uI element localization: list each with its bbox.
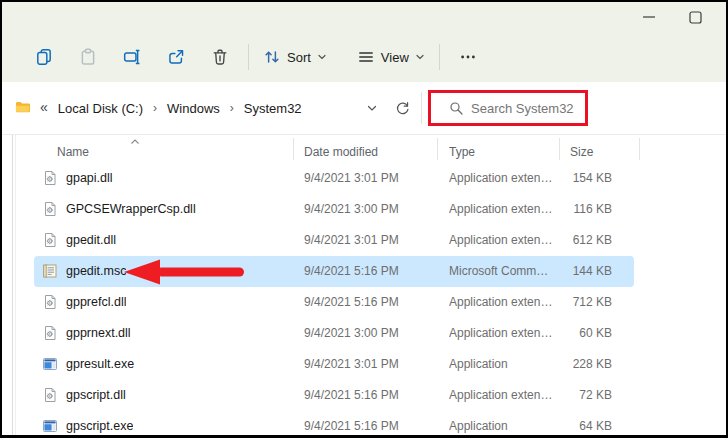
file-size: 144 KB	[512, 256, 612, 287]
maximize-button[interactable]	[680, 3, 710, 31]
more-icon	[459, 48, 477, 66]
file-date-modified: 9/4/2021 3:01 PM	[304, 349, 444, 380]
search-placeholder: Search System32	[471, 101, 574, 116]
sort-icon	[263, 48, 281, 66]
column-header-name[interactable]: Name	[57, 135, 89, 163]
title-bar	[2, 2, 726, 32]
refresh-icon	[395, 101, 410, 116]
sort-label: Sort	[287, 50, 311, 65]
address-search-divider	[421, 92, 422, 124]
red-arrow	[124, 258, 248, 286]
column-header-type[interactable]: Type	[449, 135, 475, 163]
file-name: gpprnext.dll	[66, 318, 131, 349]
maximize-icon	[689, 11, 702, 24]
folder-icon	[14, 100, 32, 116]
table-row[interactable]: gpprnext.dll 9/4/2021 3:00 PM Applicatio…	[34, 318, 634, 349]
paste-button[interactable]	[66, 39, 110, 75]
table-row[interactable]: GPCSEWrapperCsp.dll 9/4/2021 3:00 PM App…	[34, 194, 634, 225]
breadcrumb-item-system32[interactable]: System32	[238, 97, 308, 120]
column-divider[interactable]	[437, 138, 438, 160]
column-divider[interactable]	[559, 138, 560, 160]
breadcrumb-chevron-icon[interactable]: ›	[149, 101, 161, 115]
column-header-size[interactable]: Size	[570, 135, 593, 163]
file-date-modified: 9/4/2021 5:16 PM	[304, 256, 444, 287]
delete-button[interactable]	[198, 39, 242, 75]
sort-button[interactable]: Sort	[255, 39, 335, 75]
paste-icon	[79, 48, 97, 66]
chevron-down-icon	[317, 52, 327, 62]
view-button[interactable]: View	[349, 39, 433, 75]
delete-icon	[211, 48, 229, 66]
rename-icon	[123, 48, 141, 66]
minimize-button[interactable]	[634, 3, 664, 31]
file-date-modified: 9/4/2021 5:16 PM	[304, 380, 444, 411]
address-bar-row: « Local Disk (C:) › Windows › System32	[2, 82, 726, 135]
copy-button[interactable]	[22, 39, 66, 75]
copy-icon	[35, 48, 53, 66]
exe-file-icon	[42, 356, 58, 372]
explorer-window: Sort View « Local Disk (C:) ›	[0, 0, 728, 438]
table-row[interactable]: gpedit.dll 9/4/2021 3:01 PM Application …	[34, 225, 634, 256]
dll-file-icon	[42, 170, 58, 186]
breadcrumb-item-drive[interactable]: Local Disk (C:)	[52, 97, 149, 120]
search-icon	[449, 101, 463, 115]
file-name: gpscript.dll	[66, 380, 126, 411]
see-more-button[interactable]	[446, 39, 490, 75]
file-name: gpedit.msc	[66, 256, 126, 287]
dll-file-icon	[42, 294, 58, 310]
search-input[interactable]: Search System32	[428, 90, 588, 126]
file-size: 612 KB	[512, 225, 612, 256]
column-divider[interactable]	[639, 138, 640, 160]
file-date-modified: 9/4/2021 5:16 PM	[304, 287, 444, 318]
breadcrumb: « Local Disk (C:) › Windows › System32	[10, 90, 308, 126]
chevron-down-icon	[415, 52, 425, 62]
file-date-modified: 9/4/2021 3:00 PM	[304, 194, 444, 225]
view-label: View	[381, 50, 409, 65]
file-size: 116 KB	[512, 194, 612, 225]
file-name: gpresult.exe	[66, 349, 134, 380]
table-row[interactable]: gpresult.exe 9/4/2021 3:01 PM Applicatio…	[34, 349, 634, 380]
file-list: gpapi.dll 9/4/2021 3:01 PM Application e…	[2, 163, 726, 435]
table-row[interactable]: gpapi.dll 9/4/2021 3:01 PM Application e…	[34, 163, 634, 194]
file-size: 712 KB	[512, 287, 612, 318]
dll-file-icon	[42, 325, 58, 341]
table-row[interactable]: gpprefcl.dll 9/4/2021 5:16 PM Applicatio…	[34, 287, 634, 318]
toolbar-divider	[248, 44, 249, 70]
share-button[interactable]	[154, 39, 198, 75]
file-name: gpedit.dll	[66, 225, 116, 256]
breadcrumb-item-windows[interactable]: Windows	[161, 97, 226, 120]
address-dropdown-button[interactable]	[357, 93, 387, 123]
column-divider[interactable]	[293, 138, 294, 160]
file-size: 64 KB	[512, 411, 612, 435]
file-size: 60 KB	[512, 318, 612, 349]
column-header-date[interactable]: Date modified	[304, 135, 378, 163]
table-row[interactable]: gpscript.exe 9/4/2021 5:16 PM Applicatio…	[34, 411, 634, 435]
msc-file-icon	[42, 263, 58, 279]
toolbar-divider	[439, 44, 440, 70]
file-size: 154 KB	[512, 163, 612, 194]
file-date-modified: 9/4/2021 3:00 PM	[304, 318, 444, 349]
column-header-row: Name Date modified Type Size	[2, 135, 726, 163]
file-size: 228 KB	[512, 349, 612, 380]
refresh-button[interactable]	[387, 93, 417, 123]
file-size: 72 KB	[512, 380, 612, 411]
breadcrumb-chevron-icon[interactable]: ›	[226, 101, 238, 115]
rename-button[interactable]	[110, 39, 154, 75]
sort-ascending-icon	[130, 138, 140, 145]
file-name: gpprefcl.dll	[66, 287, 126, 318]
view-icon	[357, 48, 375, 66]
minimize-icon	[642, 10, 656, 24]
chevron-down-icon	[366, 102, 378, 114]
file-date-modified: 9/4/2021 5:16 PM	[304, 411, 444, 435]
exe-file-icon	[42, 418, 58, 434]
breadcrumb-overflow-icon[interactable]: «	[34, 99, 52, 117]
dll-file-icon	[42, 232, 58, 248]
file-date-modified: 9/4/2021 3:01 PM	[304, 163, 444, 194]
dll-file-icon	[42, 201, 58, 217]
table-row[interactable]: gpedit.msc 9/4/2021 5:16 PM Microsoft Co…	[34, 256, 634, 287]
table-row[interactable]: gpscript.dll 9/4/2021 5:16 PM Applicatio…	[34, 380, 634, 411]
share-icon	[167, 48, 185, 66]
file-name: gpscript.exe	[66, 411, 133, 435]
dll-file-icon	[42, 387, 58, 403]
file-name: GPCSEWrapperCsp.dll	[66, 194, 196, 225]
